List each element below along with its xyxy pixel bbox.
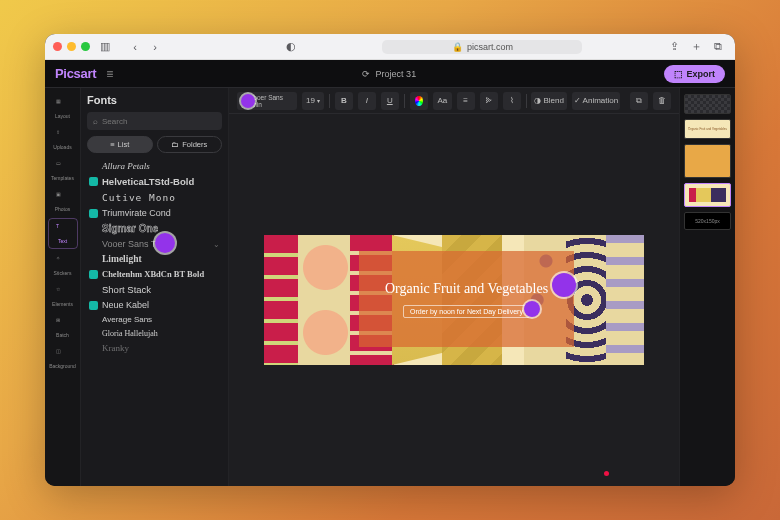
delete-button[interactable]: 🗑 — [653, 92, 671, 110]
text-icon: T — [56, 223, 69, 236]
blend-button[interactable]: ◑Blend — [531, 92, 566, 110]
font-name-label: Kranky — [102, 343, 129, 353]
rail-photos[interactable]: ▣Photos — [48, 187, 78, 216]
search-icon: ⌕ — [93, 117, 98, 126]
left-rail: ▦Layout ⇧Uploads ▭Templates ▣Photos TTex… — [45, 88, 81, 486]
font-row[interactable]: Cutive Mono — [87, 190, 222, 205]
app-topbar: Picsart ≡ ⟳ Project 31 ⬚ Export — [45, 60, 735, 88]
export-label: Export — [686, 69, 715, 79]
url-text: picsart.com — [467, 42, 513, 52]
nav-forward-icon[interactable]: › — [146, 39, 164, 55]
font-row[interactable]: Gloria Hallelujah — [87, 327, 222, 340]
shield-icon[interactable]: ◐ — [282, 39, 300, 55]
italic-button[interactable]: I — [358, 92, 376, 110]
rail-background[interactable]: ◫Background — [48, 344, 78, 373]
rail-elements[interactable]: ☆Elements — [48, 282, 78, 311]
font-picker[interactable]: A Vooer Sans Thin — [237, 92, 297, 110]
tabs-icon[interactable]: ⧉ — [709, 39, 727, 55]
align-button[interactable]: ≡ — [457, 92, 475, 110]
duplicate-button[interactable]: ⧉ — [630, 92, 648, 110]
layer-thumb[interactable]: Organic Fruit and Vegetables — [684, 119, 731, 139]
batch-icon: ⊞ — [56, 317, 69, 330]
textcase-button[interactable]: Aa — [433, 92, 451, 110]
close-window-button[interactable] — [53, 42, 62, 51]
chevron-down-icon: ▾ — [317, 97, 320, 104]
stickers-icon: ✧ — [56, 255, 69, 268]
rail-text[interactable]: TText — [48, 218, 78, 249]
font-row[interactable]: Neue Kabel — [87, 298, 222, 312]
traffic-lights — [53, 42, 90, 51]
rail-templates[interactable]: ▭Templates — [48, 156, 78, 185]
layer-thumb[interactable] — [684, 94, 731, 114]
font-row[interactable]: Cheltenhm XBdCn BT Bold — [87, 267, 222, 281]
font-name-label: Limelight — [102, 254, 142, 264]
app-logo: Picsart — [55, 66, 96, 81]
menu-icon[interactable]: ≡ — [106, 67, 113, 81]
font-name-label: Cheltenhm XBdCn BT Bold — [102, 269, 204, 279]
font-row[interactable]: Kranky — [87, 341, 222, 355]
rail-batch[interactable]: ⊞Batch — [48, 313, 78, 342]
export-button[interactable]: ⬚ Export — [664, 65, 725, 83]
font-row[interactable]: Limelight — [87, 252, 222, 266]
font-row[interactable]: Vooer Sans Thin⌄ — [87, 237, 222, 251]
curve-button[interactable]: ⌇ — [503, 92, 521, 110]
tab-list[interactable]: ≡List — [87, 136, 153, 153]
sidebar-toggle-icon[interactable]: ▥ — [96, 39, 114, 55]
font-name-label: Allura Petals — [102, 161, 150, 171]
artboard[interactable]: Organic Fruit and Vegetables Order by no… — [264, 235, 644, 365]
layer-thumb-selected[interactable] — [684, 183, 731, 207]
font-list[interactable]: Allura PetalsHelveticaLTStd-BoldCutive M… — [87, 159, 222, 480]
font-row[interactable]: Short Stack — [87, 282, 222, 297]
folder-icon: 🗀 — [171, 140, 179, 149]
font-row[interactable]: Triumvirate Cond — [87, 206, 222, 220]
headline-text[interactable]: Organic Fruit and Vegetables — [385, 281, 548, 297]
new-tab-icon[interactable]: ＋ — [687, 39, 705, 55]
font-row[interactable]: Sigmar One — [87, 221, 222, 236]
premium-badge — [89, 177, 98, 186]
rail-uploads[interactable]: ⇧Uploads — [48, 125, 78, 154]
maximize-window-button[interactable] — [81, 42, 90, 51]
font-name-label: Triumvirate Cond — [102, 208, 171, 218]
elements-icon: ☆ — [56, 286, 69, 299]
rail-layout[interactable]: ▦Layout — [48, 94, 78, 123]
fonts-panel: Fonts ⌕ ≡List 🗀Folders Allura PetalsHelv… — [81, 88, 229, 486]
premium-badge — [89, 270, 98, 279]
sync-icon: ⟳ — [362, 69, 370, 79]
canvas-viewport[interactable]: Organic Fruit and Vegetables Order by no… — [229, 114, 679, 486]
url-bar[interactable]: 🔒 picsart.com — [306, 40, 659, 54]
underline-button[interactable]: U — [381, 92, 399, 110]
photos-icon: ▣ — [56, 191, 69, 204]
font-search-input[interactable] — [102, 117, 216, 126]
project-title[interactable]: Project 31 — [376, 69, 417, 79]
blend-icon: ◑ — [534, 96, 541, 105]
layer-thumb[interactable] — [684, 144, 731, 178]
font-name-label: HelveticaLTStd-Bold — [102, 176, 194, 187]
spacing-button[interactable]: ⫸ — [480, 92, 498, 110]
cursor-indicator-panel — [155, 233, 175, 253]
animation-button[interactable]: ✓Animation — [572, 92, 620, 110]
font-search[interactable]: ⌕ — [87, 112, 222, 130]
font-row[interactable]: Average Sans — [87, 313, 222, 326]
share-icon[interactable]: ⇪ — [665, 39, 683, 55]
bold-button[interactable]: B — [335, 92, 353, 110]
font-name-label: Neue Kabel — [102, 300, 149, 310]
text-overlay[interactable]: Organic Fruit and Vegetables Order by no… — [359, 251, 574, 347]
panel-title: Fonts — [87, 94, 222, 106]
cursor-indicator-3 — [524, 301, 540, 317]
upload-icon: ⇧ — [56, 129, 69, 142]
rail-stickers[interactable]: ✧Stickers — [48, 251, 78, 280]
font-name-label: Sigmar One — [102, 223, 158, 234]
color-button[interactable] — [410, 92, 429, 110]
font-row[interactable]: HelveticaLTStd-Bold — [87, 174, 222, 189]
minimize-window-button[interactable] — [67, 42, 76, 51]
font-size-input[interactable]: 19▾ — [302, 92, 324, 110]
nav-back-icon[interactable]: ‹ — [126, 39, 144, 55]
color-wheel-icon — [415, 96, 424, 106]
stage: A Vooer Sans Thin 19▾ B I U Aa ≡ ⫸ ⌇ ◑Bl… — [229, 88, 679, 486]
chevron-down-icon: ⌄ — [213, 240, 220, 249]
subline-text[interactable]: Order by noon for Next Day Delivery — [403, 305, 530, 318]
tab-folders[interactable]: 🗀Folders — [157, 136, 223, 153]
canvas-size-thumb[interactable]: 520x150px — [684, 212, 731, 230]
fruit-strip — [606, 235, 644, 365]
font-row[interactable]: Allura Petals — [87, 159, 222, 173]
